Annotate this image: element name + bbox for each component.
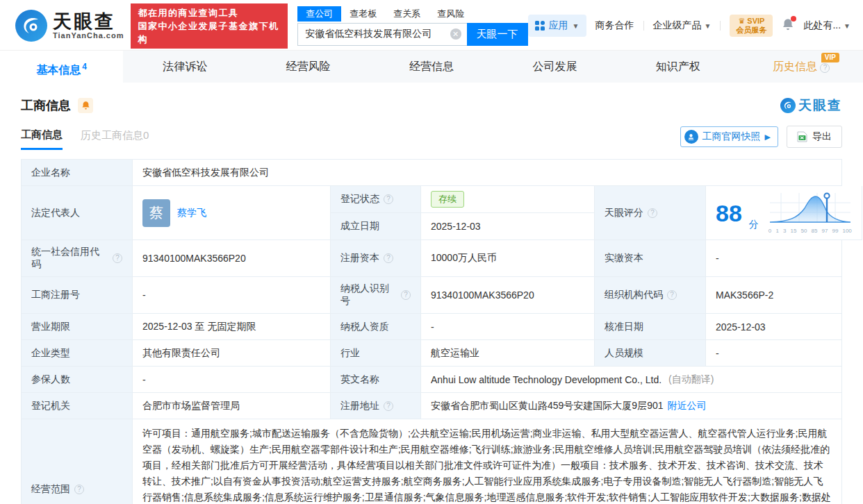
score-label: 天眼评分? xyxy=(595,186,706,240)
svip-line1: ♛ SVIP xyxy=(736,17,766,26)
slogan-line1: 都在用的商业查询工具 xyxy=(138,6,281,19)
credit-code-label: 统一社会信用代码? xyxy=(22,240,133,277)
taxpayer-qualification-value: - xyxy=(421,314,595,340)
subtab-history-business-info[interactable]: 历史工商信息0 xyxy=(81,129,149,149)
search-block: 查公司 查老板 查关系 查风险 ✕ 天眼一下 xyxy=(297,6,527,46)
chevron-down-icon: ▼ xyxy=(573,22,580,30)
reg-number-label: 工商注册号 xyxy=(22,277,133,314)
table-row-company-type: 企业类型 其他有限责任公司 行业 航空运输业 人员规模 - xyxy=(22,340,842,367)
subtab-business-info[interactable]: 工商信息 xyxy=(21,128,63,150)
apps-label: 应用 xyxy=(549,19,568,32)
approval-date-label: 核准日期 xyxy=(595,314,706,340)
excel-file-icon xyxy=(797,131,807,142)
search-tab-relation[interactable]: 查关系 xyxy=(385,6,429,22)
tab-operating-info[interactable]: 经营信息 xyxy=(370,51,493,83)
table-row-credit-code: 统一社会信用代码? 91340100MAK3566P20 注册资本? 10000… xyxy=(22,240,842,277)
search-tab-boss[interactable]: 查老板 xyxy=(341,6,385,22)
company-detail-tabs: 基本信息4 法律诉讼 经营风险 经营信息 公司发展 知识产权 VIP 历史信息 … xyxy=(0,50,863,83)
tianyancha-logo[interactable]: 天眼查 TianYanCha.com xyxy=(15,10,124,42)
watermark-logo: 天眼查 xyxy=(780,96,842,115)
user-account-label: 此处有... xyxy=(803,19,841,32)
tianyancha-logo-icon xyxy=(15,10,47,42)
tab-intellectual-property[interactable]: 知识产权 xyxy=(616,51,739,83)
apps-grid-icon xyxy=(535,21,545,31)
taxpayer-qualification-label: 纳税人资质 xyxy=(331,314,421,340)
svip-member-button[interactable]: ♛ SVIP 会员服务 xyxy=(730,15,773,37)
taxpayer-id-label: 纳税人识别号? xyxy=(331,277,421,314)
tab-history-info[interactable]: VIP 历史信息 ? xyxy=(740,51,863,83)
slogan-badge: 都在用的商业查询工具 国家中小企业发展子基金旗下机构 xyxy=(131,3,288,49)
insured-count-value: - xyxy=(133,367,331,393)
avatar[interactable]: 蔡 xyxy=(142,199,170,227)
tab-basic-info[interactable]: 基本信息4 xyxy=(0,51,123,83)
watermark-text: 天眼查 xyxy=(798,96,842,115)
notification-dot xyxy=(791,16,796,22)
table-row-company-name: 企业名称 安徽省低空科技发展有限公司 xyxy=(22,160,842,186)
official-snapshot-button[interactable]: 工商官网快照 ▶ xyxy=(680,126,778,147)
table-row-legal-rep: 法定代表人 蔡 蔡学飞 登记状态? 存续 成立日期 2025-12-03 天眼评… xyxy=(22,186,842,240)
help-icon[interactable]: ? xyxy=(113,253,122,263)
svip-line2: 会员服务 xyxy=(736,26,766,35)
score-value: 88 分 xyxy=(706,186,862,240)
stamp-icon xyxy=(684,130,698,144)
search-tabs: 查公司 查老板 查关系 查风险 xyxy=(297,6,527,22)
search-tab-risk[interactable]: 查风险 xyxy=(429,6,472,22)
search-tab-company[interactable]: 查公司 xyxy=(297,6,341,22)
snapshot-label: 工商官网快照 xyxy=(702,131,761,143)
subtab-row: 工商信息 历史工商信息0 工商官网快照 ▶ 导出 xyxy=(0,115,863,152)
help-icon[interactable]: ? xyxy=(401,290,411,300)
apps-menu[interactable]: 应用 ▼ xyxy=(528,15,586,37)
business-cooperation-link[interactable]: 商务合作 xyxy=(595,19,634,32)
help-icon[interactable]: ? xyxy=(384,253,393,263)
org-code-value: MAK3566P-2 xyxy=(706,277,842,314)
legal-rep-label: 法定代表人 xyxy=(22,186,133,240)
tab-operating-risk[interactable]: 经营风险 xyxy=(247,51,370,83)
vip-badge: VIP xyxy=(821,53,839,62)
company-name-label: 企业名称 xyxy=(22,160,133,186)
staff-size-label: 人员规模 xyxy=(595,340,706,367)
export-button[interactable]: 导出 xyxy=(787,126,842,148)
notification-bell-icon[interactable] xyxy=(782,18,794,33)
staff-size-value: - xyxy=(706,340,842,367)
table-row-business-term: 营业期限 2025-12-03 至 无固定期限 纳税人资质 - 核准日期 202… xyxy=(22,314,842,340)
score-chart-ticks: 0131550859799100 xyxy=(769,228,852,234)
chevron-down-icon: ▼ xyxy=(844,22,850,30)
help-icon[interactable]: ? xyxy=(384,401,393,411)
help-icon[interactable]: ? xyxy=(384,194,393,204)
insured-count-label: 参保人数 xyxy=(22,367,133,393)
help-icon[interactable]: ? xyxy=(820,63,830,73)
help-icon[interactable]: ? xyxy=(667,290,677,300)
tab-legal-litigation[interactable]: 法律诉讼 xyxy=(123,51,246,83)
search-button[interactable]: 天眼一下 xyxy=(467,23,528,46)
user-account-menu[interactable]: 此处有... ▼ xyxy=(803,19,850,32)
tab-company-development[interactable]: 公司发展 xyxy=(493,51,616,83)
arrow-right-icon: ▶ xyxy=(765,133,771,142)
search-input[interactable] xyxy=(297,23,466,46)
business-scope-label: 经营范围? xyxy=(22,419,133,504)
establish-date-label: 成立日期 xyxy=(331,213,421,240)
header-right-nav: 应用 ▼ 商务合作 企业级产品 ▼ ♛ SVIP 会员服务 此处有... ▼ xyxy=(528,15,850,37)
reg-authority-value: 合肥市市场监督管理局 xyxy=(133,393,331,419)
company-type-label: 企业类型 xyxy=(22,340,133,367)
help-icon[interactable]: ? xyxy=(74,485,84,494)
clear-input-icon[interactable]: ✕ xyxy=(450,28,461,40)
industry-value: 航空运输业 xyxy=(421,340,595,367)
nearby-companies-link[interactable]: 附近公司 xyxy=(668,400,707,412)
company-name-value: 安徽省低空科技发展有限公司 xyxy=(133,160,842,186)
reg-address-label: 注册地址? xyxy=(331,393,421,419)
table-row-insured-count: 参保人数 - 英文名称 Anhui Low altitude Technolog… xyxy=(22,367,842,393)
legal-rep-link[interactable]: 蔡学飞 xyxy=(177,207,206,219)
enterprise-products-label: 企业级产品 xyxy=(653,19,702,32)
reg-address-value: 安徽省合肥市蜀山区黄山路459号安建国际大厦9层901 附近公司 xyxy=(421,393,842,419)
tab-basic-count: 4 xyxy=(82,62,87,72)
enterprise-products-menu[interactable]: 企业级产品 ▼ xyxy=(653,19,712,32)
company-type-value: 其他有限责任公司 xyxy=(133,340,331,367)
reg-capital-label: 注册资本? xyxy=(331,240,421,277)
reg-number-value: - xyxy=(133,277,331,314)
logo-subtitle: TianYanCha.com xyxy=(53,31,124,40)
monitor-bell-icon[interactable] xyxy=(78,98,93,113)
logo-title: 天眼查 xyxy=(53,12,124,31)
paid-capital-value: - xyxy=(706,240,842,277)
help-icon[interactable]: ? xyxy=(648,208,657,218)
table-row-business-scope: 经营范围? 许可项目：通用航空服务;城市配送运输服务（不含危险货物）;公共航空运… xyxy=(22,419,842,504)
